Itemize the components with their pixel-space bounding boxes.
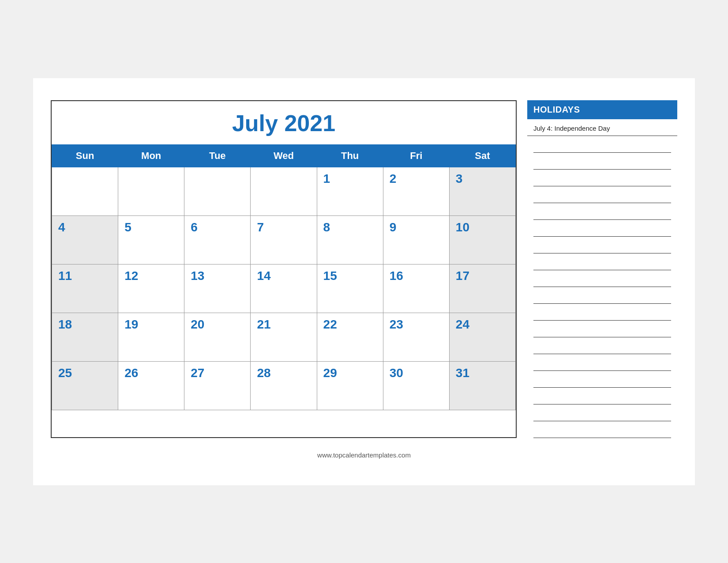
- calendar-title: July 2021: [52, 101, 516, 144]
- note-line-16: [533, 404, 671, 421]
- footer: www.topcalendartemplates.com: [317, 451, 411, 459]
- day-number-28: 28: [257, 366, 270, 380]
- note-line-15: [533, 388, 671, 404]
- calendar-day-26: 26: [118, 361, 184, 410]
- day-number-31: 31: [456, 366, 469, 380]
- day-number-15: 15: [323, 269, 337, 283]
- calendar-day-18: 18: [52, 313, 118, 361]
- day-number-11: 11: [58, 269, 72, 283]
- holidays-list: July 4: Independence Day: [527, 119, 677, 136]
- header-thu: Thu: [317, 144, 383, 167]
- calendar-empty: [184, 167, 251, 215]
- header-sun: Sun: [52, 144, 118, 167]
- calendar-day-22: 22: [317, 313, 383, 361]
- header-sat: Sat: [449, 144, 515, 167]
- day-number-1: 1: [323, 172, 330, 185]
- day-number-29: 29: [323, 366, 337, 380]
- calendar-day-2: 2: [383, 167, 449, 215]
- calendar-day-7: 7: [251, 215, 317, 264]
- calendar-section: July 2021 Sun Mon Tue Wed Thu Fri Sat 12…: [51, 100, 517, 438]
- calendar-day-9: 9: [383, 215, 449, 264]
- header-mon: Mon: [118, 144, 184, 167]
- calendar-day-8: 8: [317, 215, 383, 264]
- day-number-20: 20: [191, 317, 204, 331]
- holiday-item-0: July 4: Independence Day: [533, 123, 671, 134]
- calendar-day-20: 20: [184, 313, 251, 361]
- calendar-day-16: 16: [383, 264, 449, 313]
- note-line-8: [533, 270, 671, 287]
- day-number-13: 13: [191, 269, 204, 283]
- note-line-5: [533, 220, 671, 237]
- calendar-grid: Sun Mon Tue Wed Thu Fri Sat 123456789101…: [52, 144, 516, 410]
- notes-lines: [527, 136, 677, 438]
- calendar-day-11: 11: [52, 264, 118, 313]
- day-number-14: 14: [257, 269, 270, 283]
- calendar-day-23: 23: [383, 313, 449, 361]
- calendar-day-17: 17: [449, 264, 515, 313]
- calendar-day-29: 29: [317, 361, 383, 410]
- page-wrapper: July 2021 Sun Mon Tue Wed Thu Fri Sat 12…: [33, 78, 695, 485]
- day-number-17: 17: [456, 269, 469, 283]
- calendar-week-3: 18192021222324: [52, 313, 516, 361]
- main-content: July 2021 Sun Mon Tue Wed Thu Fri Sat 12…: [51, 100, 677, 438]
- calendar-day-25: 25: [52, 361, 118, 410]
- note-line-17: [533, 421, 671, 438]
- day-number-19: 19: [124, 317, 138, 331]
- day-number-18: 18: [58, 317, 72, 331]
- calendar-day-30: 30: [383, 361, 449, 410]
- note-line-14: [533, 371, 671, 388]
- calendar-week-1: 45678910: [52, 215, 516, 264]
- day-number-16: 16: [390, 269, 403, 283]
- calendar-day-27: 27: [184, 361, 251, 410]
- note-line-2: [533, 170, 671, 186]
- day-number-9: 9: [390, 220, 397, 234]
- day-header-row: Sun Mon Tue Wed Thu Fri Sat: [52, 144, 516, 167]
- calendar-week-4: 25262728293031: [52, 361, 516, 410]
- calendar-empty: [118, 167, 184, 215]
- header-tue: Tue: [184, 144, 251, 167]
- day-number-26: 26: [124, 366, 138, 380]
- day-number-23: 23: [390, 317, 403, 331]
- calendar-day-1: 1: [317, 167, 383, 215]
- calendar-week-0: 123: [52, 167, 516, 215]
- note-line-9: [533, 287, 671, 304]
- day-number-22: 22: [323, 317, 337, 331]
- note-line-4: [533, 203, 671, 220]
- calendar-week-2: 11121314151617: [52, 264, 516, 313]
- calendar-day-3: 3: [449, 167, 515, 215]
- note-line-13: [533, 354, 671, 371]
- calendar-empty: [251, 167, 317, 215]
- day-number-21: 21: [257, 317, 270, 331]
- day-number-24: 24: [456, 317, 469, 331]
- day-number-3: 3: [456, 172, 463, 185]
- day-number-8: 8: [323, 220, 330, 234]
- calendar-day-5: 5: [118, 215, 184, 264]
- day-number-12: 12: [124, 269, 138, 283]
- calendar-day-10: 10: [449, 215, 515, 264]
- day-number-7: 7: [257, 220, 264, 234]
- note-line-3: [533, 186, 671, 203]
- note-line-7: [533, 253, 671, 270]
- header-wed: Wed: [251, 144, 317, 167]
- calendar-day-14: 14: [251, 264, 317, 313]
- note-line-12: [533, 337, 671, 354]
- day-number-5: 5: [124, 220, 131, 234]
- day-number-25: 25: [58, 366, 72, 380]
- calendar-day-13: 13: [184, 264, 251, 313]
- note-line-6: [533, 237, 671, 253]
- calendar-day-12: 12: [118, 264, 184, 313]
- calendar-day-31: 31: [449, 361, 515, 410]
- calendar-day-24: 24: [449, 313, 515, 361]
- calendar-day-6: 6: [184, 215, 251, 264]
- holidays-header: HOLIDAYS: [527, 100, 677, 119]
- calendar-day-28: 28: [251, 361, 317, 410]
- day-number-4: 4: [58, 220, 65, 234]
- calendar-day-15: 15: [317, 264, 383, 313]
- day-number-6: 6: [191, 220, 198, 234]
- calendar-day-4: 4: [52, 215, 118, 264]
- note-line-0: [533, 136, 671, 153]
- day-number-10: 10: [456, 220, 469, 234]
- day-number-2: 2: [390, 172, 397, 185]
- day-number-27: 27: [191, 366, 204, 380]
- note-line-10: [533, 304, 671, 321]
